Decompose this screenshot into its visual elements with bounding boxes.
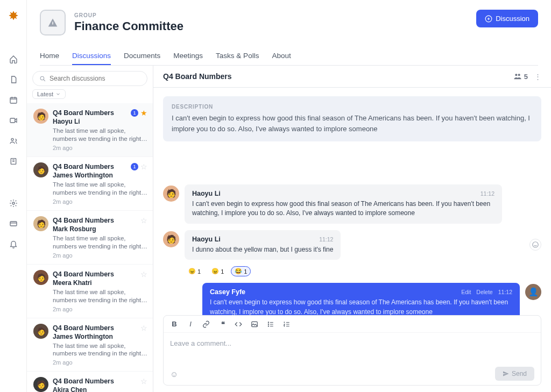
discussion-item-time: 2m ago (53, 145, 147, 151)
more-menu[interactable]: ⋮ (534, 73, 541, 81)
participants-number: 5 (524, 73, 528, 81)
sort-label: Latest (37, 91, 53, 97)
add-reaction-button[interactable] (529, 239, 541, 251)
home-icon[interactable] (5, 51, 22, 68)
search-input[interactable] (50, 75, 140, 82)
discussion-item-author: Haoyu Li (53, 118, 147, 125)
calendar-icon[interactable] (5, 91, 22, 109)
group-title: Finance Committee (74, 19, 183, 33)
discussion-item-author: James Worthington (53, 172, 147, 179)
new-discussion-button[interactable]: Discussion (476, 10, 538, 27)
emoji-picker-button[interactable]: ☺ (170, 369, 178, 379)
discussion-item-snippet: The last time we all spoke, numbers we t… (53, 342, 147, 358)
discussion-item[interactable]: 🧑Q4 Board Numbers☆Meera KhatriThe last t… (27, 265, 153, 318)
discussion-item-title: Q4 Board Numbers (53, 109, 114, 117)
search-input-wrap[interactable] (32, 71, 147, 86)
star-icon[interactable]: ☆ (140, 324, 147, 332)
discussion-title: Q4 Board Numbers (163, 72, 232, 81)
group-type-label: GROUP (74, 12, 183, 18)
book-icon[interactable] (5, 153, 22, 170)
message-time: 11:12 (498, 289, 512, 295)
sort-filter[interactable]: Latest (32, 89, 66, 99)
tab-documents[interactable]: Documents (124, 47, 160, 65)
discussion-item[interactable]: 🧑Q4 Board Numbers☆Mark RosburgThe last t… (27, 211, 153, 265)
description-label: DESCRIPTION (172, 104, 533, 110)
svg-point-11 (518, 74, 520, 76)
svg-rect-1 (10, 118, 15, 123)
main-column: GROUP Finance Committee Discussion Home … (27, 0, 551, 392)
message-text: I dunno about the yellow man, but I gues… (192, 245, 333, 254)
discussion-item-title: Q4 Board Numbers (53, 377, 114, 385)
document-icon[interactable] (5, 71, 22, 88)
comment-input[interactable] (170, 339, 534, 355)
tab-discussions[interactable]: Discussions (72, 47, 111, 65)
svg-rect-5 (10, 222, 17, 226)
reaction[interactable]: 😂 1 (231, 266, 251, 276)
svg-rect-0 (10, 97, 17, 103)
svg-point-12 (533, 242, 539, 248)
app-logo[interactable] (6, 10, 20, 24)
users-icon[interactable] (5, 132, 22, 149)
quote-icon[interactable]: ❝ (218, 320, 227, 328)
card-icon[interactable] (5, 215, 22, 232)
reaction[interactable]: 😠 1 (208, 266, 228, 276)
italic-icon[interactable]: I (186, 320, 195, 328)
numbered-list-icon[interactable] (283, 320, 292, 328)
tab-home[interactable]: Home (40, 47, 59, 65)
description-text: I can't even begin to express how good t… (172, 113, 533, 134)
discussion-item-title: Q4 Board Numbers (53, 163, 114, 170)
discussion-detail: Q4 Board Numbers 5 ⋮ DESCRIPTION I can't… (153, 66, 551, 392)
discussion-list-column: Latest 🧑Q4 Board Numbers1★Haoyu LiThe la… (27, 66, 153, 392)
avatar: 🧑 (33, 162, 48, 177)
avatar: 🧑 (33, 270, 48, 285)
message-text: I can't even begin to express how good t… (192, 199, 495, 218)
reaction[interactable]: 😠 1 (185, 266, 204, 276)
avatar[interactable]: 🧑 (163, 186, 179, 202)
discussion-item[interactable]: 🧑Q4 Board Numbers1★Haoyu LiThe last time… (27, 103, 153, 157)
avatar: 🧑 (33, 324, 48, 339)
message-author: Haoyu Li (192, 236, 221, 243)
code-icon[interactable] (235, 320, 243, 328)
discussion-item[interactable]: 🧑Q4 Board Numbers1☆James WorthingtonThe … (27, 157, 153, 211)
star-icon[interactable]: ★ (140, 109, 147, 117)
video-icon[interactable] (5, 112, 22, 129)
svg-point-14 (268, 322, 269, 322)
delete-message[interactable]: Delete (476, 289, 492, 295)
svg-point-15 (268, 324, 269, 324)
star-icon[interactable]: ☆ (140, 270, 147, 279)
discussion-item[interactable]: 🧑Q4 Board Numbers☆Akira ChenThe last tim… (27, 372, 153, 392)
discussion-item[interactable]: 🧑Q4 Board Numbers☆James WorthingtonThe l… (27, 318, 153, 372)
tab-meetings[interactable]: Meetings (173, 47, 203, 65)
composer-toolbar: B I ❝ (164, 316, 541, 333)
send-button[interactable]: Send (495, 367, 534, 381)
message-row: 🧑 Haoyu Li 11:12 I dunno about the yello… (163, 230, 541, 260)
discussion-item-author: James Worthington (53, 333, 147, 340)
discussion-item-title: Q4 Board Numbers (53, 270, 114, 278)
participants-count[interactable]: 5 (513, 72, 528, 81)
discussion-item-title: Q4 Board Numbers (53, 217, 114, 224)
discussion-item-snippet: The last time we all spoke, numbers we t… (53, 288, 147, 304)
edit-message[interactable]: Edit (461, 289, 471, 295)
bullet-list-icon[interactable] (267, 320, 276, 328)
discussion-item-snippet: The last time we all spoke, numbers we t… (53, 127, 147, 143)
star-icon[interactable]: ☆ (140, 216, 147, 225)
tab-tasks[interactable]: Tasks & Polls (216, 47, 259, 65)
chevron-down-icon (55, 91, 61, 97)
avatar: 🧑 (33, 216, 48, 231)
image-icon[interactable] (251, 320, 259, 328)
link-icon[interactable] (202, 320, 211, 328)
bold-icon[interactable]: B (170, 320, 179, 328)
message-author: Casey Fyfe (210, 288, 245, 296)
message-author: Haoyu Li (192, 190, 221, 197)
message-text: I can't even begin to express how good t… (210, 298, 512, 315)
message-row: 🧑 Haoyu Li 11:12 I can't even begin to e… (163, 184, 541, 224)
avatar[interactable]: 👤 (525, 284, 541, 300)
star-icon[interactable]: ☆ (140, 162, 147, 171)
group-avatar[interactable] (40, 10, 66, 35)
settings-icon[interactable] (5, 195, 22, 212)
bell-icon[interactable] (5, 236, 22, 253)
avatar[interactable]: 🧑 (163, 231, 179, 247)
send-label: Send (512, 370, 527, 377)
star-icon[interactable]: ☆ (140, 377, 147, 386)
tab-about[interactable]: About (272, 47, 291, 65)
